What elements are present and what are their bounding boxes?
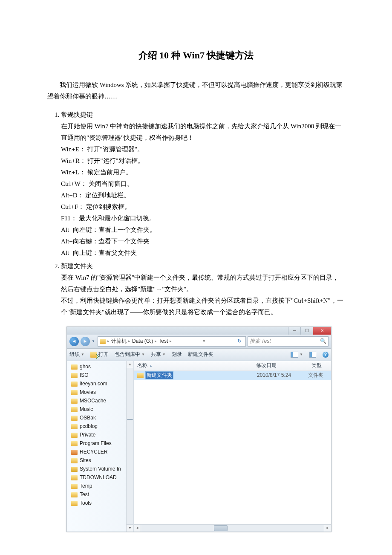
- tree-item[interactable]: Sites: [71, 457, 133, 465]
- tree-item[interactable]: Temp: [71, 482, 133, 491]
- section-1: 常规快捷键 在开始使用 Win7 中神奇的快捷键加速我们的电脑操作之前，先给大家…: [61, 109, 345, 259]
- column-date[interactable]: 修改日期: [256, 362, 307, 369]
- folder-icon: [71, 450, 78, 455]
- tree-item-label: ISO: [80, 372, 89, 379]
- chevron-down-icon: ▼: [300, 352, 303, 357]
- share-menu[interactable]: 共享 ▼: [151, 351, 166, 358]
- help-button[interactable]: ?: [323, 352, 329, 358]
- address-bar[interactable]: ▸ 计算机 ▸ Data (G:) ▸ Test ▸ ▼ ↻: [98, 336, 246, 347]
- file-list[interactable]: 名称 ▴ 修改日期 类型 新建文件夹 2010/8/17 5:24 文件夹 ◄ …: [134, 361, 331, 532]
- chevron-right-icon[interactable]: ▸: [154, 338, 157, 344]
- section-2-heading: 新建文件夹: [61, 263, 93, 269]
- tree-item[interactable]: System Volume In: [71, 465, 133, 474]
- section-2-p2: 不过，利用快捷键操作会更简单：打开想要新建文件夹的分区或者目录，直接按下"Ctr…: [61, 295, 345, 318]
- nav-history-dropdown[interactable]: ▼: [92, 339, 96, 344]
- organize-menu[interactable]: 组织 ▼: [69, 351, 84, 358]
- view-icon: [291, 352, 298, 358]
- open-button[interactable]: 打开: [90, 351, 109, 358]
- close-button[interactable]: ✕: [313, 327, 331, 335]
- section-2-p1: 要在 Win7 的"资源管理器"中新建一个文件夹，最传统、常规的方式莫过于打开相…: [61, 272, 345, 295]
- search-input[interactable]: 搜索 Test 🔍: [248, 336, 329, 347]
- tree-item[interactable]: ISO: [71, 371, 133, 380]
- shortcut-line: Ctrl+W： 关闭当前窗口。: [61, 178, 345, 190]
- minimize-button[interactable]: ─: [288, 327, 300, 335]
- tree-item-label: Tools: [80, 500, 92, 507]
- back-button[interactable]: ◄: [69, 337, 79, 346]
- tree-item[interactable]: Private: [71, 431, 133, 439]
- include-in-library-menu[interactable]: 包含到库中 ▼: [115, 351, 145, 358]
- search-placeholder: 搜索 Test: [250, 338, 271, 345]
- toolbar: 组织 ▼ 打开 包含到库中 ▼ 共享 ▼ 刻录 新建文件夹 ▼ ?: [67, 349, 331, 361]
- folder-icon: [137, 373, 144, 378]
- breadcrumb-segment[interactable]: Test: [159, 338, 168, 345]
- table-row[interactable]: 新建文件夹 2010/8/17 5:24 文件夹: [134, 371, 331, 380]
- scroll-thumb[interactable]: [127, 419, 133, 420]
- chevron-right-icon[interactable]: ▸: [128, 338, 131, 344]
- tree-item[interactable]: RECYCLER: [71, 448, 133, 457]
- shortcut-line: Win+R： 打开"运行"对话框。: [61, 155, 345, 167]
- new-folder-label: 新建文件夹: [188, 351, 213, 358]
- folder-icon: [71, 424, 78, 429]
- tree-item[interactable]: Test: [71, 491, 133, 499]
- maximize-button[interactable]: ☐: [300, 327, 313, 335]
- folder-icon: [71, 492, 78, 497]
- chevron-right-icon[interactable]: ▸: [169, 338, 172, 344]
- forward-button[interactable]: ►: [81, 337, 90, 346]
- shortcut-line: Alt+向上键：查看父文件夹: [61, 247, 345, 259]
- address-dropdown-icon[interactable]: ▼: [202, 339, 206, 344]
- tree-item[interactable]: ghos: [71, 363, 133, 371]
- breadcrumb-segment[interactable]: Data (G:): [132, 338, 153, 345]
- content-hscrollbar[interactable]: ◄ ►: [134, 524, 331, 532]
- tree-item[interactable]: MSOCache: [71, 397, 133, 405]
- section-1-lead: 在开始使用 Win7 中神奇的快捷键加速我们的电脑操作之前，先给大家介绍几个从 …: [61, 121, 345, 144]
- folder-icon: [71, 484, 78, 489]
- breadcrumb-segment[interactable]: 计算机: [111, 338, 127, 345]
- tree-item[interactable]: Music: [71, 405, 133, 414]
- chevron-right-icon[interactable]: ▸: [107, 338, 110, 344]
- tree-item[interactable]: Movies: [71, 388, 133, 397]
- cell-date: 2010/8/17 5:24: [257, 372, 308, 379]
- tree-item[interactable]: pcdblog: [71, 422, 133, 431]
- intro-paragraph: 我们运用微软 Windows 系统，如果掌握了快捷键，不但可以提高电脑操作速度，…: [47, 79, 345, 102]
- view-menu[interactable]: ▼: [291, 352, 303, 358]
- tree-scrollbar[interactable]: ▲ ▼: [126, 361, 133, 532]
- new-folder-button[interactable]: 新建文件夹: [188, 351, 213, 358]
- window-titlebar[interactable]: ─ ☐ ✕: [67, 327, 331, 335]
- folder-icon: [100, 339, 106, 344]
- scroll-left-icon[interactable]: ◄: [134, 524, 141, 532]
- refresh-button[interactable]: ↻: [235, 338, 244, 345]
- tree-item[interactable]: OSBak: [71, 414, 133, 422]
- shortcut-line: Win+L： 锁定当前用户。: [61, 167, 345, 178]
- folder-icon: [71, 399, 78, 404]
- scroll-thumb[interactable]: [214, 525, 228, 531]
- column-headers[interactable]: 名称 ▴ 修改日期 类型: [134, 361, 331, 371]
- tree-item-label: RECYCLER: [80, 448, 107, 456]
- page-title: 介绍 10 种 Win7 快捷键方法: [47, 47, 345, 64]
- folder-icon: [71, 475, 78, 480]
- section-2: 新建文件夹 要在 Win7 的"资源管理器"中新建一个文件夹，最传统、常规的方式…: [61, 260, 345, 318]
- rename-input[interactable]: 新建文件夹: [145, 371, 173, 379]
- tree-item[interactable]: TDDOWNLOAD: [71, 474, 133, 482]
- shortcut-line: Alt+D： 定位到地址栏。: [61, 190, 345, 201]
- folder-icon: [71, 382, 78, 387]
- tree-item[interactable]: iteeyan.com: [71, 380, 133, 388]
- folder-icon: [71, 407, 78, 412]
- search-icon[interactable]: 🔍: [320, 338, 326, 345]
- tree-item[interactable]: Program Files: [71, 439, 133, 448]
- shortcut-line: Win+E： 打开"资源管理器"。: [61, 144, 345, 155]
- nav-tree[interactable]: ghos ISO iteeyan.com Movies MSOCache Mus…: [67, 361, 134, 532]
- chevron-down-icon: ▼: [81, 352, 84, 357]
- tree-item-label: MSOCache: [80, 397, 106, 405]
- shortcut-line: Alt+向左键：查看上一个文件夹。: [61, 224, 345, 236]
- scroll-down-icon[interactable]: ▼: [126, 524, 134, 532]
- column-name[interactable]: 名称: [137, 362, 147, 369]
- tree-item-label: pcdblog: [80, 423, 98, 430]
- burn-button[interactable]: 刻录: [172, 351, 182, 358]
- column-type[interactable]: 类型: [311, 362, 331, 369]
- tree-item-label: Movies: [80, 389, 96, 396]
- scroll-right-icon[interactable]: ►: [324, 524, 331, 532]
- folder-icon: [71, 390, 78, 395]
- scroll-up-icon[interactable]: ▲: [126, 361, 134, 368]
- tree-item[interactable]: Tools: [71, 499, 133, 508]
- preview-pane-button[interactable]: [309, 351, 317, 358]
